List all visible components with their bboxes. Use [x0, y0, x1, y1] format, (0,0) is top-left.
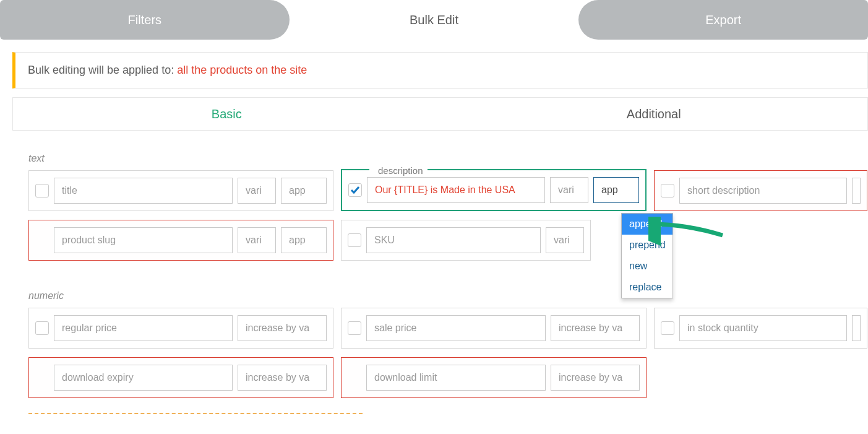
- stock-qty-trailing[interactable]: [852, 315, 861, 341]
- dashed-divider: [28, 413, 363, 414]
- stock-qty-checkbox[interactable]: [661, 321, 674, 335]
- download-expiry-op-select[interactable]: increase by va: [238, 365, 327, 391]
- tab-export[interactable]: Export: [578, 0, 868, 40]
- description-checkbox[interactable]: [348, 183, 362, 197]
- subtab-basic[interactable]: Basic: [13, 98, 440, 130]
- notice-prefix: Bulk editing will be applied to:: [28, 64, 177, 76]
- description-input[interactable]: Our {TITLE} is Made in the USA: [367, 177, 545, 203]
- subtab-additional[interactable]: Additional: [440, 98, 868, 130]
- field-card-product-slug: product slug vari app: [28, 220, 333, 261]
- download-limit-op-select[interactable]: increase by va: [551, 365, 640, 391]
- tab-bulk-edit[interactable]: Bulk Edit: [290, 0, 579, 40]
- field-card-short-description: short description: [654, 170, 867, 211]
- sku-input[interactable]: SKU: [366, 227, 541, 253]
- sale-price-checkbox[interactable]: [348, 321, 361, 335]
- sub-tabbar: Basic Additional: [12, 97, 868, 131]
- dropdown-option-new[interactable]: new: [622, 256, 672, 277]
- description-legend: description: [374, 165, 427, 176]
- title-app-select[interactable]: app: [281, 178, 327, 204]
- field-card-download-limit: download limit increase by va: [341, 357, 647, 398]
- regular-price-op-select[interactable]: increase by va: [238, 315, 327, 341]
- sku-checkbox[interactable]: [348, 233, 361, 247]
- dropdown-option-replace[interactable]: replace: [622, 277, 672, 298]
- section-header-text: text: [28, 153, 868, 164]
- dropdown-option-prepend[interactable]: prepend: [622, 235, 672, 256]
- main-tabbar: Filters Bulk Edit Export: [0, 0, 868, 40]
- app-select-dropdown: append prepend new replace: [621, 213, 673, 298]
- title-input[interactable]: title: [54, 178, 233, 204]
- field-card-regular-price: regular price increase by va: [28, 308, 333, 349]
- product-slug-app-select[interactable]: app: [281, 227, 327, 253]
- dropdown-option-append[interactable]: append: [622, 214, 672, 235]
- product-slug-vari-select[interactable]: vari: [238, 227, 276, 253]
- tab-filters[interactable]: Filters: [0, 0, 290, 40]
- product-slug-input[interactable]: product slug: [54, 227, 233, 253]
- title-vari-select[interactable]: vari: [238, 178, 276, 204]
- short-description-checkbox[interactable]: [661, 184, 674, 197]
- regular-price-checkbox[interactable]: [35, 321, 49, 335]
- regular-price-input[interactable]: regular price: [54, 315, 233, 341]
- download-limit-input[interactable]: download limit: [366, 365, 546, 391]
- description-vari-select[interactable]: vari: [550, 177, 588, 203]
- field-card-title: title vari app: [28, 170, 333, 211]
- field-card-description: description Our {TITLE} is Made in the U…: [341, 170, 647, 211]
- description-value: Our {TITLE} is Made in the USA: [375, 184, 515, 196]
- notice-target: all the products on the site: [177, 64, 307, 76]
- section-header-numeric: numeric: [28, 290, 868, 302]
- short-description-input[interactable]: short description: [679, 178, 847, 204]
- short-description-trailing[interactable]: [852, 178, 861, 204]
- field-card-sku: SKU vari: [341, 220, 591, 261]
- description-app-select[interactable]: app: [593, 177, 639, 203]
- title-checkbox[interactable]: [35, 184, 49, 197]
- sku-vari-select[interactable]: vari: [546, 227, 584, 253]
- download-expiry-input[interactable]: download expiry: [54, 365, 233, 391]
- sale-price-input[interactable]: sale price: [366, 315, 546, 341]
- stock-qty-input[interactable]: in stock quantity: [679, 315, 847, 341]
- field-card-sale-price: sale price increase by va: [341, 308, 647, 349]
- field-card-download-expiry: download expiry increase by va: [28, 357, 333, 398]
- bulk-edit-notice: Bulk editing will be applied to: all the…: [12, 52, 868, 89]
- field-card-in-stock-quantity: in stock quantity: [654, 308, 867, 349]
- sale-price-op-select[interactable]: increase by va: [551, 315, 640, 341]
